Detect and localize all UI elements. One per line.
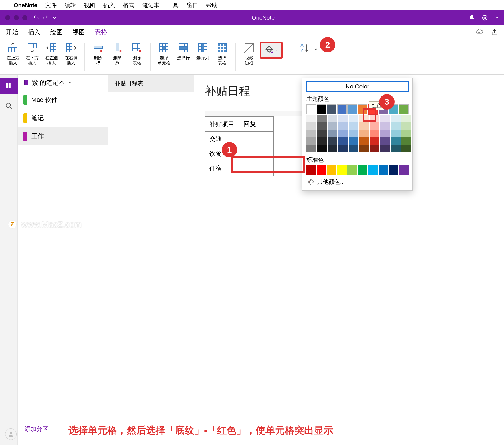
chevron-down-icon[interactable] [495, 15, 499, 21]
color-swatch[interactable] [317, 122, 327, 130]
menu-format[interactable]: 格式 [123, 1, 134, 9]
color-swatch[interactable] [368, 165, 378, 175]
color-swatch[interactable] [380, 130, 390, 137]
delete-table-button[interactable]: 删除 表格 [128, 42, 146, 66]
color-swatch[interactable] [401, 130, 411, 137]
color-swatch[interactable] [391, 122, 401, 130]
color-swatch[interactable] [306, 130, 316, 137]
qat-customize-icon[interactable] [51, 15, 58, 21]
color-swatch[interactable] [317, 145, 327, 152]
bell-icon[interactable] [469, 15, 475, 21]
smiley-icon[interactable] [482, 15, 488, 21]
color-swatch[interactable] [399, 104, 409, 114]
color-swatch[interactable] [380, 137, 390, 145]
notebooks-icon[interactable] [0, 78, 18, 94]
color-swatch[interactable] [306, 145, 316, 152]
minimize-window-icon[interactable] [14, 15, 19, 20]
color-swatch[interactable] [389, 165, 398, 175]
color-swatch[interactable] [349, 130, 358, 137]
color-swatch[interactable] [317, 137, 327, 145]
menu-insert[interactable]: 插入 [103, 1, 115, 9]
more-colors-button[interactable]: 其他颜色... [306, 175, 409, 186]
chevron-down-icon[interactable] [314, 47, 318, 51]
color-swatch[interactable] [359, 130, 369, 137]
no-color-button[interactable]: No Color [306, 81, 409, 92]
color-swatch[interactable] [328, 115, 337, 122]
close-window-icon[interactable] [5, 15, 10, 20]
color-swatch[interactable] [380, 115, 390, 122]
color-swatch[interactable] [380, 122, 390, 130]
table-cell[interactable] [239, 132, 274, 146]
color-swatch[interactable] [349, 122, 358, 130]
color-swatch[interactable] [338, 130, 348, 137]
color-swatch[interactable] [338, 145, 348, 152]
color-swatch[interactable] [401, 145, 411, 152]
color-swatch[interactable] [370, 145, 379, 152]
tab-home[interactable]: 开始 [6, 26, 18, 39]
zoom-window-icon[interactable] [22, 15, 27, 20]
color-swatch[interactable] [399, 165, 409, 175]
color-swatch[interactable] [359, 137, 369, 145]
menu-tools[interactable]: 工具 [167, 1, 179, 9]
note-container-header[interactable] [205, 111, 316, 116]
color-swatch[interactable] [306, 115, 316, 122]
redo-icon[interactable] [42, 15, 48, 21]
tab-insert[interactable]: 插入 [28, 26, 40, 39]
color-swatch[interactable] [370, 130, 379, 137]
color-swatch[interactable] [380, 145, 390, 152]
color-swatch[interactable] [328, 137, 337, 145]
cloud-sync-icon[interactable] [475, 28, 483, 36]
color-swatch[interactable] [328, 130, 337, 137]
color-swatch[interactable] [349, 137, 358, 145]
color-swatch[interactable] [359, 122, 369, 130]
insert-col-left-button[interactable]: 在左侧 插入 [43, 42, 60, 66]
color-swatch[interactable] [337, 165, 347, 175]
color-swatch[interactable] [317, 104, 326, 114]
hide-borders-button[interactable]: 隐藏 边框 [240, 42, 258, 66]
menubar-app-name[interactable]: OneNote [14, 2, 37, 9]
insert-col-right-button[interactable]: 在右侧 插入 [62, 42, 80, 66]
sort-button[interactable]: AZ [297, 42, 312, 54]
color-swatch[interactable] [306, 104, 316, 114]
color-swatch[interactable] [370, 122, 379, 130]
color-swatch[interactable] [391, 145, 401, 152]
shading-button[interactable] [260, 42, 283, 59]
color-swatch[interactable] [401, 115, 411, 122]
color-swatch[interactable] [349, 145, 358, 152]
undo-icon[interactable] [33, 15, 39, 21]
color-swatch[interactable] [359, 145, 369, 152]
color-swatch[interactable] [347, 104, 357, 114]
color-swatch[interactable] [317, 115, 327, 122]
color-swatch[interactable] [391, 130, 401, 137]
color-swatch[interactable] [391, 115, 401, 122]
tab-table[interactable]: 表格 [95, 25, 107, 39]
color-swatch[interactable] [306, 122, 316, 130]
delete-row-button[interactable]: 删除 行 [89, 42, 107, 66]
color-swatch[interactable] [338, 115, 348, 122]
color-swatch[interactable] [306, 165, 316, 175]
table-cell[interactable]: 补贴项目 [205, 117, 239, 132]
page-item[interactable]: 补贴日程表 [108, 75, 194, 92]
color-swatch[interactable] [328, 145, 337, 152]
color-swatch[interactable] [327, 104, 336, 114]
color-swatch[interactable] [379, 165, 388, 175]
color-swatch[interactable] [337, 104, 347, 114]
menu-window[interactable]: 窗口 [187, 1, 198, 9]
color-swatch[interactable] [401, 122, 411, 130]
share-icon[interactable] [491, 29, 498, 36]
menu-view[interactable]: 视图 [84, 1, 95, 9]
insert-row-below-button[interactable]: 在下方 插入 [23, 42, 41, 66]
section-item[interactable]: 笔记 [18, 109, 108, 127]
color-swatch[interactable] [391, 137, 401, 145]
section-item[interactable]: 工作 [18, 127, 108, 145]
color-swatch[interactable] [401, 137, 411, 145]
delete-col-button[interactable]: 删除 列 [109, 42, 126, 66]
menu-help[interactable]: 帮助 [206, 1, 218, 9]
color-swatch[interactable] [328, 122, 337, 130]
color-swatch[interactable] [347, 165, 357, 175]
color-swatch[interactable] [358, 165, 367, 175]
tab-draw[interactable]: 绘图 [50, 26, 63, 39]
color-swatch[interactable] [338, 137, 348, 145]
select-col-button[interactable]: 选择列 [194, 42, 212, 60]
color-swatch[interactable] [370, 137, 379, 145]
